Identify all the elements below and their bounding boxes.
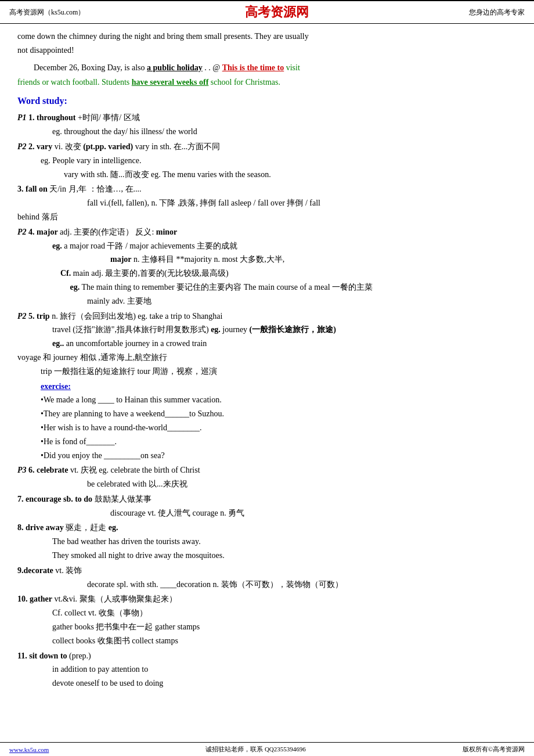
holiday-weeks-off: have several weeks off	[132, 78, 209, 87]
exercise-label: exercise:	[41, 382, 71, 391]
item6-eg1: be celebrated with 以...来庆祝	[87, 480, 187, 488]
item-vary: P2 2. vary vi. 改变 (pt.pp. varied) vary i…	[17, 140, 517, 181]
item10-rest: vt.&vi. 聚集（人或事物聚集起来）	[54, 595, 176, 603]
item-gather: 10. gather vt.&vi. 聚集（人或事物聚集起来） Cf. coll…	[17, 592, 517, 647]
p2-marker: P2	[17, 142, 27, 151]
item1-num: 1. throughout	[28, 113, 75, 122]
holiday-green-visit: visit	[286, 63, 300, 72]
item7-num: 7. encourage sb. to do	[17, 495, 92, 503]
item3-rest: 天/in 月,年 ：恰逢…, 在....	[49, 185, 141, 193]
item10-collect-books: collect books 收集图书 collect stamps	[52, 636, 178, 645]
item2-eg1: eg. People vary in intelligence.	[41, 156, 141, 165]
page-footer: www.ks5u.com 诚招驻站老师，联系 QQ2355394696 版权所有…	[0, 742, 534, 756]
item7-rest: 鼓励某人做某事	[95, 495, 151, 503]
item11-devote: devote oneself to be used to doing	[52, 679, 163, 687]
item3-num: 3. fall on	[17, 185, 48, 193]
holiday-green2: school for Christmas.	[211, 78, 280, 87]
header-right-text: 您身边的高考专家	[469, 8, 525, 17]
item3-behind: behind 落后	[17, 213, 58, 221]
item10-num: 10. gather	[17, 595, 52, 603]
item2-rest-bold: (pt.pp. varied)	[83, 142, 133, 151]
item6-num: 6. celebrate	[28, 466, 68, 474]
item11-rest: (prep.)	[69, 651, 91, 660]
footer-center-text: 诚招驻站老师，联系 QQ2355394696	[49, 745, 462, 754]
page-header: 高考资源网（ks5u.com） 高考资源网 您身边的高考专家	[0, 0, 534, 24]
item5-voyage: voyage 和 journey 相似 ,通常海上,航空旅行	[17, 353, 167, 362]
item-decorate: 9.decorate vt. 装饰 decorate spl. with sth…	[17, 564, 517, 592]
item2-rest1: vi. 改变	[55, 142, 83, 151]
item4-num: 4. major	[28, 228, 58, 236]
item5-tour: trip 一般指往返的短途旅行 tour 周游，视察，巡演	[41, 367, 218, 376]
footer-copyright: 版权所有©高考资源网	[463, 745, 525, 754]
p3-marker: P3	[17, 466, 27, 474]
item11-in-addition: in addition to pay attention to	[52, 665, 148, 674]
item4-cf: Cf. main adj. 最主要的,首要的(无比较级,最高级)	[52, 269, 229, 278]
exercise-section: exercise: •We made a long ____ to Hainan…	[17, 380, 517, 463]
item4-eg1: eg. a major road 干路 / major achievements…	[52, 242, 237, 250]
item9-rest: vt. 装饰	[55, 566, 82, 575]
item10-cf: Cf. collect vt. 收集（事物）	[52, 609, 147, 617]
intro-line1: come down the chimney during the night a…	[17, 32, 309, 41]
item4-eg2: eg. The main thing to remember 要记住的主要内容 …	[64, 283, 373, 291]
item5-eg1: travel (泛指"旅游",指具体旅行时用复数形式) eg. journey …	[52, 325, 336, 334]
header-left-text: 高考资源网（ks5u.com）	[9, 8, 85, 17]
holiday-red-underline: This is the time to	[222, 63, 284, 72]
bullet2: •They are planning to have a weekend____…	[41, 409, 224, 418]
main-content: come down the chimney during the night a…	[0, 24, 534, 742]
item7-eg1: discourage vt. 使人泄气 courage n. 勇气	[110, 509, 244, 517]
holiday-public-holiday: a public holiday	[147, 63, 203, 72]
item-celebrate: P3 6. celebrate vt. 庆祝 eg. celebrate the…	[17, 463, 517, 491]
item11-num: 11. sit down to	[17, 651, 67, 660]
holiday-dot: . . @	[204, 63, 220, 72]
bullet5: •Did you enjoy the _________on sea?	[41, 451, 165, 460]
item8-eg2: They smoked all night to drive away the …	[52, 551, 225, 560]
item4-mainly: mainly adv. 主要地	[87, 297, 151, 305]
intro-line2: not disappointed!	[17, 46, 74, 55]
p1-marker: P1	[17, 113, 27, 122]
item6-rest: vt. 庆祝 eg. celebrate the birth of Christ	[70, 466, 200, 474]
bullet1: •We made a long ____ to Hainan this summ…	[41, 395, 222, 404]
item-driveaway: 8. drive away 驱走，赶走 eg. The bad weather …	[17, 521, 517, 562]
item4-minor: minor	[156, 228, 178, 236]
item2-rest2: vary in sth. 在...方面不同	[135, 142, 221, 151]
item9-num: 9.decorate	[17, 566, 53, 575]
p2-marker2: P2	[17, 228, 27, 236]
item-major: P2 4. major adj. 主要的(作定语） 反义: minor eg. …	[17, 225, 517, 308]
item8-rest: 驱走，赶走 eg.	[66, 523, 118, 532]
p2-marker3: P2	[17, 312, 27, 321]
item2-eg2: vary with sth. 随...而改变 eg. The menu vari…	[64, 170, 271, 179]
word-study-heading: Word study:	[17, 93, 517, 109]
item10-gather-books: gather books 把书集中在一起 gather stamps	[52, 622, 200, 631]
item8-num: 8. drive away	[17, 523, 64, 532]
footer-link[interactable]: www.ks5u.com	[9, 746, 49, 753]
item9-eg1: decorate spl. with sth. ____decoration n…	[87, 580, 343, 589]
bullet3: •Her wish is to have a round-the-world__…	[41, 423, 201, 432]
item-sitdownto: 11. sit down to (prep.) in addition to p…	[17, 649, 517, 690]
item4-major-n: major n. 主修科目 **majority n. most 大多数,大半,	[110, 255, 284, 264]
item8-eg1: The bad weather has driven the tourists …	[52, 537, 201, 546]
holiday-paragraph: December 26, Boxing Day, is also a publi…	[17, 61, 517, 75]
item1-eg: eg. throughout the day/ his illness/ the…	[52, 127, 197, 136]
bullet4: •He is fond of_______.	[41, 437, 117, 446]
holiday-text1: December 26, Boxing Day, is also	[34, 63, 145, 72]
footer-website-link[interactable]: www.ks5u.com	[9, 746, 49, 753]
item-encourage: 7. encourage sb. to do 鼓励某人做某事 discourag…	[17, 492, 517, 520]
item4-rest: adj. 主要的(作定语） 反义:	[60, 228, 156, 236]
item5-num: 5. trip	[28, 312, 50, 321]
item-throughout: P1 1. throughout +时间/ 事情/ 区域 eg. through…	[17, 111, 517, 139]
item-fallon: 3. fall on 天/in 月,年 ：恰逢…, 在.... fall vi.…	[17, 182, 517, 224]
holiday-green1: friends or watch football. Students	[17, 78, 129, 87]
item5-eg2: eg.. an uncomfortable journey in a crowe…	[52, 339, 207, 348]
item1-rest: +时间/ 事情/ 区域	[78, 113, 140, 122]
item5-rest: n. 旅行（会回到出发地) eg. take a trip to Shangha…	[52, 312, 222, 321]
item-trip: P2 5. trip n. 旅行（会回到出发地) eg. take a trip…	[17, 309, 517, 379]
intro-paragraph: come down the chimney during the night a…	[17, 30, 517, 57]
item2-num: 2. vary	[28, 142, 52, 151]
holiday-paragraph2: friends or watch football. Students have…	[17, 75, 517, 89]
header-center-logo: 高考资源网	[245, 3, 309, 21]
item3-eg1: fall vi.(fell, fallen), n. 下降 ,跌落, 摔倒 fa…	[87, 199, 320, 207]
